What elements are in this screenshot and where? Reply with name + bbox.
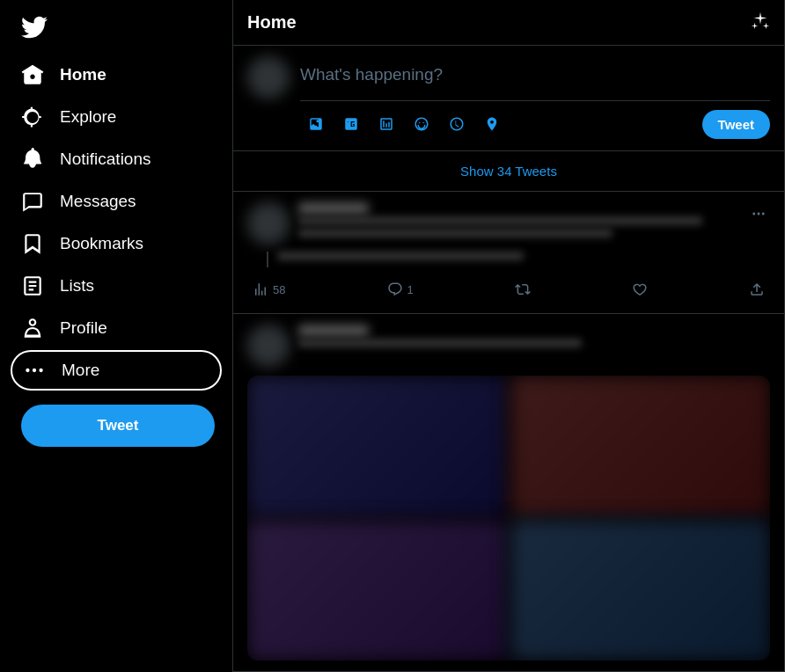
sidebar-item-profile[interactable]: Profile xyxy=(11,308,222,348)
tweet-1-replies[interactable]: 1 xyxy=(382,276,419,303)
tweet-2-avatar xyxy=(247,325,290,367)
svg-point-1 xyxy=(33,369,36,372)
schedule-icon[interactable] xyxy=(441,108,473,140)
gif-icon[interactable] xyxy=(335,108,367,140)
tweet-2-image-1 xyxy=(247,376,507,516)
profile-label: Profile xyxy=(60,318,107,338)
messages-icon xyxy=(21,190,44,213)
tweet-1-like[interactable] xyxy=(627,276,653,303)
tweet-1-avatar xyxy=(247,202,290,245)
location-icon[interactable] xyxy=(476,108,508,140)
sidebar-item-home[interactable]: Home xyxy=(11,55,222,95)
tweet-card-2[interactable] xyxy=(233,314,784,672)
tweet-1-border-line xyxy=(267,252,268,267)
notifications-icon xyxy=(21,148,44,171)
sparkle-icon[interactable] xyxy=(751,11,770,34)
compose-input[interactable]: What's happening? xyxy=(300,56,770,93)
inline-tweet-button[interactable]: Tweet xyxy=(702,110,770,139)
sidebar-item-messages[interactable]: Messages xyxy=(11,181,222,222)
tweet-2-image-4 xyxy=(510,520,770,661)
tweet-2-image-2 xyxy=(247,520,507,661)
twitter-bird-icon xyxy=(21,14,48,40)
home-icon xyxy=(21,63,44,86)
compose-area: What's happening? xyxy=(233,46,784,151)
main-header: Home xyxy=(233,0,784,46)
compose-right: What's happening? xyxy=(300,56,770,140)
tweet-2-username xyxy=(298,325,369,337)
tweet-1-username xyxy=(298,202,369,215)
show-tweets-label: Show 34 Tweets xyxy=(460,164,557,179)
tweet-1-user-info xyxy=(298,202,747,215)
notifications-label: Notifications xyxy=(60,150,151,169)
user-avatar xyxy=(247,56,290,99)
tweet-compose-button[interactable]: Tweet xyxy=(21,405,215,447)
profile-icon xyxy=(21,317,44,340)
emoji-icon[interactable] xyxy=(406,108,437,140)
tweet-1-meta xyxy=(298,202,747,241)
tweet-2-image-col-left xyxy=(247,376,507,661)
lists-label: Lists xyxy=(60,276,94,296)
sidebar-item-bookmarks[interactable]: Bookmarks xyxy=(11,223,222,264)
bookmarks-icon xyxy=(21,232,44,255)
sidebar-item-more[interactable]: More xyxy=(11,350,222,391)
compose-tools-left xyxy=(300,108,702,140)
home-label: Home xyxy=(60,65,106,84)
main-content: Home What's happening? xyxy=(233,0,785,672)
tweet-2-image-3 xyxy=(510,376,770,516)
sidebar-item-notifications[interactable]: Notifications xyxy=(11,139,222,179)
bookmarks-label: Bookmarks xyxy=(60,234,143,253)
tweet-1-more-button[interactable] xyxy=(747,202,770,229)
tweet-1-views[interactable]: 58 xyxy=(247,276,290,303)
lists-icon xyxy=(21,274,44,297)
tweet-1-content-line2 xyxy=(298,229,613,237)
tweet-2-image-col-right xyxy=(510,376,770,661)
compose-toolbar: Tweet xyxy=(300,100,770,140)
more-label: More xyxy=(62,361,99,380)
tweet-2-content xyxy=(298,339,582,347)
tweet-2-user-info xyxy=(298,325,770,337)
tweet-1-nested xyxy=(277,252,770,267)
more-icon xyxy=(23,359,46,382)
poll-icon[interactable] xyxy=(370,108,402,140)
explore-icon xyxy=(21,106,44,128)
tweet-2-header xyxy=(247,325,770,367)
svg-point-2 xyxy=(39,369,42,372)
sidebar-item-lists[interactable]: Lists xyxy=(11,266,222,306)
tweet-2-image-grid[interactable] xyxy=(247,376,770,661)
tweet-1-replies-count: 1 xyxy=(407,283,414,296)
svg-point-0 xyxy=(26,369,29,372)
sidebar-item-explore[interactable]: Explore xyxy=(11,97,222,137)
tweet-1-retweet[interactable] xyxy=(510,276,536,303)
show-tweets-banner[interactable]: Show 34 Tweets xyxy=(233,151,784,192)
tweet-card-1[interactable]: 58 1 xyxy=(233,192,784,314)
tweet-1-nested-text xyxy=(277,252,524,260)
page-title: Home xyxy=(247,12,297,33)
tweet-1-views-count: 58 xyxy=(273,283,285,296)
tweet-1-content-line1 xyxy=(298,216,702,225)
twitter-logo[interactable] xyxy=(11,7,222,51)
tweet-1-share[interactable] xyxy=(744,276,770,303)
media-upload-icon[interactable] xyxy=(300,108,332,140)
tweet-1-bordered-content xyxy=(247,252,770,267)
messages-label: Messages xyxy=(60,192,136,211)
sidebar: Home Explore Notifications Messages Book… xyxy=(0,0,233,672)
tweet-1-header xyxy=(247,202,770,245)
tweet-1-actions: 58 1 xyxy=(247,276,770,303)
tweet-2-meta xyxy=(298,325,770,351)
explore-label: Explore xyxy=(60,107,116,127)
